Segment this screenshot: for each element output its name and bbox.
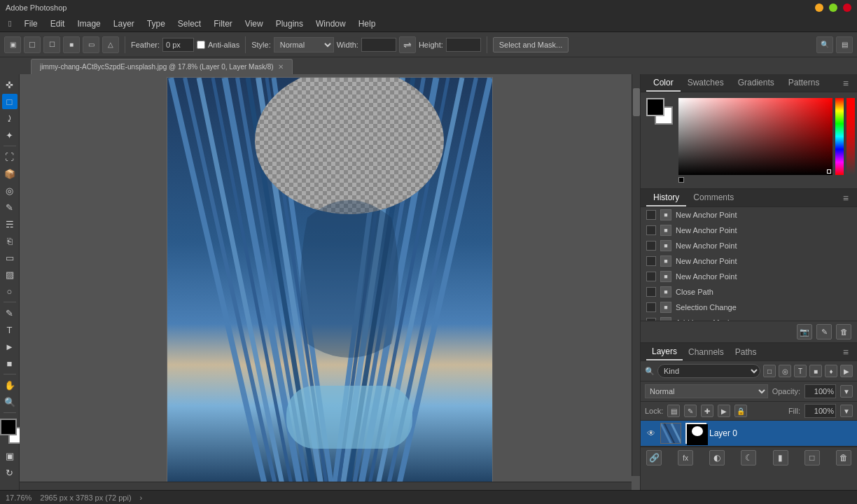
tab-paths[interactable]: Paths xyxy=(730,344,762,360)
fill-options-btn[interactable]: ▼ xyxy=(840,405,853,417)
height-input[interactable] xyxy=(446,38,481,52)
history-item-2[interactable]: ■ New Anchor Point xyxy=(641,223,857,238)
minimize-btn[interactable] xyxy=(815,4,823,12)
tool-magic-wand[interactable]: ✦ xyxy=(2,127,18,143)
menu-filter[interactable]: Filter xyxy=(208,18,238,30)
blend-mode-select[interactable]: Normal Multiply Screen xyxy=(645,384,768,398)
tool-eraser[interactable]: ▭ xyxy=(2,250,18,265)
tool-move[interactable]: ✜ xyxy=(2,77,18,92)
tool-lasso[interactable]: ⤸ xyxy=(2,111,18,126)
filter-pixel-btn[interactable]: □ xyxy=(763,365,776,377)
search-icon[interactable]: 🔍 xyxy=(816,36,833,53)
maximize-btn[interactable] xyxy=(829,4,837,12)
lock-artboard-btn[interactable]: ▶ xyxy=(718,405,730,417)
fill-input[interactable] xyxy=(804,404,836,418)
history-item-7[interactable]: ■ Selection Change xyxy=(641,300,857,315)
style-select[interactable]: Normal Fixed Ratio Fixed Size xyxy=(274,37,334,52)
color-panel-menu-btn[interactable]: ≡ xyxy=(840,78,851,89)
filter-smart-btn[interactable]: ♦ xyxy=(825,365,837,377)
layers-menu-btn[interactable]: ≡ xyxy=(840,346,851,358)
tool-zoom[interactable]: 🔍 xyxy=(2,394,18,410)
tool-gradient[interactable]: ▨ xyxy=(2,267,18,282)
menu-help[interactable]: Help xyxy=(353,18,382,30)
tool-brush[interactable]: ✎ xyxy=(2,200,18,215)
tool-history-brush[interactable]: ⎗ xyxy=(2,233,18,248)
tab-gradients[interactable]: Gradients xyxy=(731,75,781,92)
history-item-3[interactable]: ■ New Anchor Point xyxy=(641,238,857,253)
toolbar-icon5[interactable]: △ xyxy=(102,36,119,53)
tool-hand[interactable]: ✋ xyxy=(2,377,18,393)
width-input[interactable] xyxy=(361,38,396,52)
filter-toggle-btn[interactable]: ▶ xyxy=(840,365,853,377)
tool-options-icon[interactable]: ▣ xyxy=(4,36,21,53)
menu-plugins[interactable]: Plugins xyxy=(270,18,309,30)
layer-kind-select[interactable]: Kind xyxy=(657,364,760,378)
fg-swatch[interactable] xyxy=(0,419,17,435)
history-checkbox-1[interactable] xyxy=(646,210,656,220)
opacity-options-btn[interactable]: ▼ xyxy=(840,385,853,398)
tool-stamp[interactable]: ☴ xyxy=(2,216,18,232)
v-scrollbar[interactable] xyxy=(632,74,640,476)
h-scrollbar[interactable] xyxy=(20,482,632,490)
toolbar-icon3[interactable]: ■ xyxy=(63,36,80,53)
fg-color-swatch[interactable] xyxy=(646,98,664,116)
menu-window[interactable]: Window xyxy=(310,18,351,30)
feather-input[interactable] xyxy=(162,38,194,52)
tool-extra1[interactable]: ▣ xyxy=(2,448,18,463)
status-arrow[interactable]: › xyxy=(140,493,143,502)
menu-type[interactable]: Type xyxy=(141,18,171,30)
layer-fx-btn[interactable]: fx xyxy=(678,450,693,465)
toolbar-icon2[interactable]: ☐ xyxy=(43,36,60,53)
tab-channels[interactable]: Channels xyxy=(683,344,730,360)
filter-type-btn[interactable]: T xyxy=(794,365,807,377)
tool-extra2[interactable]: ↻ xyxy=(2,465,18,480)
tool-crop[interactable]: ⛶ xyxy=(2,149,18,164)
layer-delete-btn[interactable]: 🗑 xyxy=(836,450,851,465)
color-gradient-picker[interactable] xyxy=(678,98,832,175)
tool-eyedropper[interactable]: 📦 xyxy=(2,166,18,181)
history-checkbox-7[interactable] xyxy=(646,302,656,312)
tool-type[interactable]: T xyxy=(2,322,18,337)
select-mask-btn[interactable]: Select and Mask... xyxy=(493,37,569,52)
history-item-5[interactable]: ■ New Anchor Point xyxy=(641,269,857,284)
layer-adj-btn[interactable]: ☾ xyxy=(741,450,756,465)
menu-view[interactable]: View xyxy=(239,18,269,30)
close-tab-icon[interactable]: ✕ xyxy=(278,63,284,71)
history-checkbox-4[interactable] xyxy=(646,256,656,266)
hue-slider[interactable] xyxy=(835,98,844,175)
history-checkbox-6[interactable] xyxy=(646,287,656,297)
menu-image[interactable]: Image xyxy=(71,18,106,30)
filter-shape-btn[interactable]: ■ xyxy=(809,365,822,377)
history-checkbox-5[interactable] xyxy=(646,272,656,281)
tab-layers[interactable]: Layers xyxy=(646,344,683,360)
lock-all-btn[interactable]: 🔒 xyxy=(734,405,747,417)
layer-new-btn[interactable]: □ xyxy=(804,450,820,465)
history-item-4[interactable]: ■ New Anchor Point xyxy=(641,253,857,269)
color-swatch-display[interactable] xyxy=(646,98,673,125)
layer-group-btn[interactable]: ▮ xyxy=(773,450,788,465)
history-checkbox-2[interactable] xyxy=(646,225,656,235)
canvas-area[interactable] xyxy=(20,74,640,490)
tab-swatches[interactable]: Swatches xyxy=(681,75,731,92)
layer-item-0[interactable]: 👁 Layer 0 xyxy=(641,421,857,447)
close-btn[interactable] xyxy=(843,4,851,12)
properties-icon[interactable]: ▤ xyxy=(836,36,853,53)
history-panel-menu-btn[interactable]: ≡ xyxy=(840,192,851,204)
history-snapshot-btn[interactable]: 📷 xyxy=(797,324,812,340)
tool-select[interactable]: □ xyxy=(2,94,18,109)
v-scrollbar-thumb[interactable] xyxy=(633,88,640,116)
tool-shape[interactable]: ■ xyxy=(2,356,18,371)
layer-visibility-icon[interactable]: 👁 xyxy=(645,427,657,440)
layer-mask-btn[interactable]: ◐ xyxy=(709,450,725,465)
menu-layer[interactable]: Layer xyxy=(108,18,140,30)
opacity-slider[interactable] xyxy=(846,98,855,175)
tab-history[interactable]: History xyxy=(646,190,686,206)
menu-file[interactable]: File xyxy=(18,18,43,30)
anti-alias-checkbox[interactable] xyxy=(197,41,205,49)
menu-select[interactable]: Select xyxy=(172,18,207,30)
opacity-input[interactable] xyxy=(804,384,836,398)
document-tab[interactable]: jimmy-chang-ACt8ycSzpdE-unsplash.jpg @ 1… xyxy=(31,59,293,74)
tab-patterns[interactable]: Patterns xyxy=(781,75,827,92)
history-delete-btn[interactable]: 🗑 xyxy=(836,324,851,340)
history-item-1[interactable]: ■ New Anchor Point xyxy=(641,207,857,223)
